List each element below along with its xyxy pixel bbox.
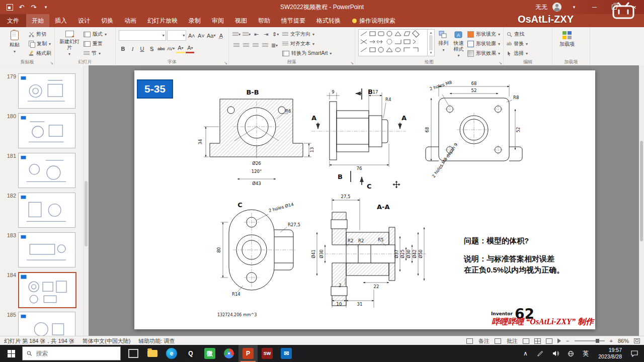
- slide-thumbnail-184-selected[interactable]: [18, 272, 76, 308]
- paragraph-dialog-launcher[interactable]: ↘: [350, 61, 354, 65]
- edge-button[interactable]: e: [162, 345, 181, 362]
- quick-styles-button[interactable]: A 快速样式▾: [452, 29, 465, 58]
- text-shadow-button[interactable]: S: [147, 45, 156, 53]
- canvas-scrollbar[interactable]: [639, 65, 644, 336]
- numbering-button[interactable]: ▾: [242, 30, 251, 38]
- tab-slideshow[interactable]: 幻灯片放映: [142, 14, 183, 27]
- powerpoint-taskbar-button[interactable]: P: [238, 345, 258, 362]
- volume-button[interactable]: [549, 345, 562, 362]
- notes-button[interactable]: 备注: [466, 337, 490, 345]
- decrease-indent-button[interactable]: ⇤: [252, 30, 261, 38]
- shrink-font-button[interactable]: A˅: [197, 32, 205, 40]
- tab-insert[interactable]: 插入: [49, 14, 72, 27]
- tab-view[interactable]: 视图: [229, 14, 253, 27]
- align-right-button[interactable]: [251, 41, 260, 49]
- shape-outline-button[interactable]: 形状轮廓▾: [467, 40, 500, 48]
- bold-button[interactable]: B: [119, 45, 127, 53]
- section-button[interactable]: 节▾: [84, 49, 107, 57]
- convert-smartart-button[interactable]: 转换为 SmartArt▾: [282, 49, 332, 57]
- zoom-level[interactable]: 86%: [618, 338, 629, 344]
- highlight-color-button[interactable]: A▾: [176, 44, 185, 53]
- reset-button[interactable]: 重置: [84, 40, 107, 48]
- network-button[interactable]: [564, 345, 577, 362]
- font-name-input[interactable]: [120, 32, 163, 39]
- grow-font-button[interactable]: A˄: [187, 32, 196, 40]
- font-color-button[interactable]: A▾: [186, 44, 194, 53]
- slide-thumbnail-185[interactable]: [18, 312, 75, 336]
- account-name[interactable]: 无无: [535, 3, 547, 12]
- normal-view-button[interactable]: [523, 338, 529, 344]
- new-slide-button[interactable]: 新建幻灯片▾: [58, 29, 81, 56]
- arrange-button[interactable]: 排列▾: [437, 29, 450, 52]
- taskbar-clock[interactable]: 19:57 2023/8/28: [594, 347, 626, 360]
- tab-home[interactable]: 开始: [26, 14, 49, 27]
- align-left-button[interactable]: [232, 41, 240, 49]
- align-center-button[interactable]: [242, 41, 250, 49]
- solidworks-button[interactable]: SW: [258, 345, 277, 362]
- slide-thumbnail-180[interactable]: [18, 113, 75, 148]
- shape-effects-button[interactable]: 形状效果▾: [467, 49, 500, 57]
- zoom-slider-knob[interactable]: [596, 339, 599, 343]
- italic-button[interactable]: I: [128, 45, 137, 53]
- ribbon-display-options-button[interactable]: ▾: [567, 1, 582, 14]
- slide-counter[interactable]: 幻灯片 第 184 张，共 194 张: [4, 337, 74, 345]
- tab-animations[interactable]: 动画: [119, 14, 142, 27]
- thumbnail-scrollbar[interactable]: [83, 65, 89, 336]
- engineering-drawing[interactable]: B-B 34 Ø26 120° Ø43 R6 13: [134, 70, 595, 329]
- font-name-combo[interactable]: ▾: [119, 30, 166, 41]
- font-size-combo[interactable]: ▾: [167, 30, 186, 41]
- reading-view-button[interactable]: [546, 338, 552, 344]
- wechat-button[interactable]: 微: [200, 345, 219, 362]
- tab-storyboard[interactable]: 情节提要: [276, 14, 311, 27]
- copy-button[interactable]: 复制▾: [29, 40, 51, 48]
- shapes-gallery-scrollbar[interactable]: ▴▾: [427, 30, 434, 56]
- tray-expand-button[interactable]: ∧: [519, 345, 532, 362]
- clipboard-dialog-launcher[interactable]: ↘: [50, 61, 53, 65]
- underline-button[interactable]: U: [138, 45, 146, 53]
- accessibility-status[interactable]: 辅助功能: 调查: [138, 337, 175, 345]
- windows-ink-button[interactable]: [534, 345, 547, 362]
- tab-format-convert[interactable]: 格式转换: [311, 14, 346, 27]
- tab-file[interactable]: 文件: [0, 14, 26, 27]
- undo-button[interactable]: ↶: [16, 2, 27, 13]
- file-explorer-button[interactable]: [143, 345, 162, 362]
- font-dialog-launcher[interactable]: ↘: [224, 61, 227, 65]
- strikethrough-button[interactable]: abc: [157, 45, 166, 53]
- search-input[interactable]: [35, 349, 116, 357]
- justify-button[interactable]: [261, 41, 269, 49]
- avatar[interactable]: [552, 3, 561, 12]
- slide-thumbnail-183[interactable]: [18, 232, 75, 267]
- tab-design[interactable]: 设计: [72, 14, 96, 27]
- format-painter-button[interactable]: 格式刷: [29, 49, 51, 57]
- slide-thumbnail-182[interactable]: [18, 193, 75, 228]
- columns-button[interactable]: ≣▾: [270, 41, 279, 49]
- tab-review[interactable]: 审阅: [206, 14, 229, 27]
- redo-button[interactable]: ↷: [28, 2, 39, 13]
- zoom-out-button[interactable]: −: [566, 338, 569, 344]
- comments-button[interactable]: 批注: [495, 337, 518, 345]
- text-direction-button[interactable]: 文字方向▾: [282, 30, 332, 38]
- language-indicator[interactable]: 简体中文(中国大陆): [83, 337, 130, 345]
- chrome-button[interactable]: [219, 345, 238, 362]
- qat-customize-button[interactable]: ▾: [40, 2, 51, 13]
- tab-record[interactable]: 录制: [183, 14, 206, 27]
- bullets-button[interactable]: ▾: [232, 30, 241, 38]
- line-spacing-button[interactable]: ⇕▾: [271, 30, 280, 38]
- increase-indent-button[interactable]: ⇥: [262, 30, 270, 38]
- slide-sorter-view-button[interactable]: [534, 338, 541, 344]
- slide-184[interactable]: 5-35: [134, 70, 595, 329]
- slideshow-button[interactable]: [557, 338, 561, 343]
- cut-button[interactable]: 剪切: [29, 30, 51, 38]
- slide-thumbnail-181[interactable]: [18, 153, 75, 188]
- drawing-dialog-launcher[interactable]: ↘: [499, 61, 502, 65]
- save-button[interactable]: [4, 2, 15, 13]
- fit-slide-button[interactable]: [634, 338, 640, 343]
- paste-button[interactable]: 粘贴▾: [3, 29, 26, 54]
- taskbar-search[interactable]: [22, 346, 121, 360]
- zoom-slider[interactable]: [575, 340, 605, 341]
- tab-help[interactable]: 帮助: [253, 14, 276, 27]
- find-button[interactable]: 查找: [507, 30, 528, 38]
- question-block[interactable]: 问题：模型的体积? 说明：与标准答案相对误差 在正负0.5%以内均视为正确。: [464, 235, 594, 275]
- tab-transitions[interactable]: 切换: [96, 14, 119, 27]
- tell-me-search[interactable]: 操作说明搜索: [346, 14, 401, 27]
